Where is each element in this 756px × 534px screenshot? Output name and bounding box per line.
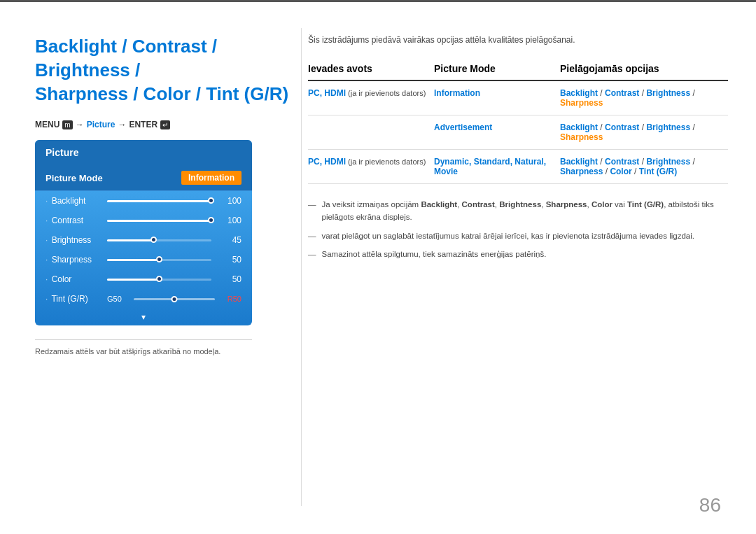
slider-track [107, 200, 211, 202]
slider-track [107, 279, 211, 281]
table-cell-mode: Dynamic, Standard, Natural, Movie [434, 150, 560, 184]
column-divider [301, 28, 302, 506]
note-item: ―varat pielāgot un saglabāt iestatījumus… [308, 230, 728, 242]
tint-thumb [172, 296, 178, 302]
table-row: PC, HDMI (ja ir pievienots dators)Dynami… [308, 150, 728, 184]
picture-mode-row[interactable]: Picture Mode Information [35, 165, 252, 191]
note-text: varat pielāgot un saglabāt iestatījumus … [322, 230, 694, 242]
notes-section: ―Ja veiksit izmaiņas opcijām Backlight, … [308, 198, 728, 261]
tint-track [134, 298, 215, 300]
right-column: Šis izstrādājums piedāvā vairākas opcija… [308, 35, 728, 267]
slider-row[interactable]: · Backlight100 [35, 191, 252, 211]
tint-label: · Tint (G/R) [46, 294, 102, 304]
slider-value: 50 [217, 274, 241, 284]
slider-thumb [156, 256, 162, 262]
slider-thumb [208, 197, 214, 204]
slider-label: · Backlight [46, 196, 102, 206]
arrow1: → [76, 120, 84, 129]
picture-mode-label: Picture Mode [46, 173, 103, 183]
slider-fill [107, 279, 160, 281]
tint-row[interactable]: · Tint (G/R) G50 R50 [35, 289, 252, 309]
slider-fill [107, 239, 154, 241]
slider-track [107, 220, 211, 222]
sliders-container: · Backlight100· Contrast100· Brightness4… [35, 191, 252, 289]
slider-row[interactable]: · Color50 [35, 269, 252, 289]
menu-path: MENU m → Picture → ENTER ↵ [35, 120, 294, 129]
slider-value: 50 [217, 255, 241, 265]
intro-text: Šis izstrādājums piedāvā vairākas opcija… [308, 35, 728, 45]
info-table: Ievades avots Picture Mode Pielāgojamās … [308, 59, 728, 184]
slider-row[interactable]: · Brightness45 [35, 230, 252, 250]
slider-label: · Contrast [46, 216, 102, 225]
table-cell-source: PC, HDMI (ja ir pievienots dators) [308, 80, 434, 115]
picture-nav-label[interactable]: Picture [87, 120, 115, 129]
slider-fill [107, 200, 211, 202]
page-number: 86 [699, 494, 721, 517]
col-header-options: Pielāgojamās opcijas [560, 59, 728, 80]
enter-icon: ↵ [160, 120, 170, 129]
title-line2: Sharpness / Color / Tint (G/R) [35, 83, 288, 104]
table-cell-source [308, 115, 434, 150]
slider-track [107, 259, 211, 261]
tint-g-value: G50 [107, 295, 128, 303]
slider-value: 45 [217, 235, 241, 245]
slider-thumb [150, 237, 157, 243]
left-column: Backlight / Contrast / Brightness / Shar… [35, 35, 294, 356]
table-row: PC, HDMI (ja ir pievienots dators)Inform… [308, 80, 728, 115]
table-cell-options: Backlight / Contrast / Brightness /Sharp… [560, 115, 728, 150]
slider-row[interactable]: · Contrast100 [35, 211, 252, 230]
note-item: ―Samazinot attēla spilgtumu, tiek samazi… [308, 248, 728, 260]
table-cell-options: Backlight / Contrast / Brightness /Sharp… [560, 80, 728, 115]
note-text: Ja veiksit izmaiņas opcijām Backlight, C… [322, 198, 729, 224]
slider-track [107, 239, 211, 241]
panel-header: Picture [35, 140, 252, 165]
table-cell-options: Backlight / Contrast / Brightness /Sharp… [560, 150, 728, 184]
slider-thumb [156, 276, 162, 282]
col-header-source: Ievades avots [308, 59, 434, 80]
col-header-mode: Picture Mode [434, 59, 560, 80]
tint-r-value: R50 [220, 295, 241, 303]
table-cell-mode: Advertisement [434, 115, 560, 150]
enter-label: ENTER [129, 120, 158, 129]
picture-mode-value: Information [181, 171, 241, 185]
slider-thumb [208, 217, 214, 223]
slider-value: 100 [217, 196, 241, 206]
table-cell-source: PC, HDMI (ja ir pievienots dators) [308, 150, 434, 184]
note-dash: ― [308, 198, 316, 224]
arrow2: → [118, 120, 126, 129]
top-border [0, 0, 756, 2]
slider-value: 100 [217, 216, 241, 225]
slider-fill [107, 259, 160, 261]
chevron-icon: ▾ [141, 312, 146, 322]
slider-row[interactable]: · Sharpness50 [35, 250, 252, 269]
note-item: ―Ja veiksit izmaiņas opcijām Backlight, … [308, 198, 728, 224]
bottom-note: Redzamais attēls var būt atšķirīgs atkar… [35, 339, 252, 356]
slider-fill [107, 220, 211, 222]
slider-label: · Color [46, 274, 102, 284]
title-line1: Backlight / Contrast / Brightness / [35, 36, 217, 80]
slider-label: · Sharpness [46, 255, 102, 265]
bottom-note-text: Redzamais attēls var būt atšķirīgs atkar… [35, 347, 220, 356]
note-dash: ― [308, 230, 316, 242]
picture-panel: Picture Picture Mode Information · Backl… [35, 140, 252, 325]
table-row: AdvertisementBacklight / Contrast / Brig… [308, 115, 728, 150]
main-title: Backlight / Contrast / Brightness / Shar… [35, 35, 294, 106]
menu-label: MENU [35, 120, 59, 129]
note-dash: ― [308, 248, 316, 260]
slider-label: · Brightness [46, 235, 102, 245]
table-cell-mode: Information [434, 80, 560, 115]
menu-icon: m [62, 120, 72, 129]
note-text: Samazinot attēla spilgtumu, tiek samazin… [322, 248, 547, 260]
chevron-row: ▾ [35, 309, 252, 325]
